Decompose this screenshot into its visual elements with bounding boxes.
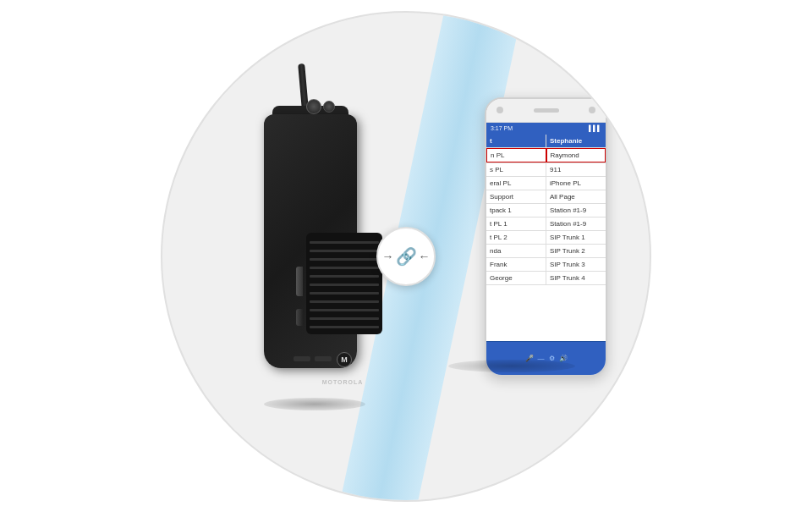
contact-cell-left: Support — [486, 190, 546, 203]
contact-cell-left: eral PL — [486, 177, 546, 190]
status-bar: 3:17 PM ▌▌▌ — [486, 123, 606, 135]
phone-screen[interactable]: 3:17 PM ▌▌▌ tStephanien PLRaymonds PL911… — [486, 123, 606, 341]
contact-row[interactable]: ndaSIP Trunk 2 — [486, 245, 606, 258]
contact-row[interactable]: tStephanie — [486, 135, 606, 148]
contact-row[interactable]: GeorgeSIP Trunk 4 — [486, 272, 606, 285]
contact-cell-right: SIP Trunk 2 — [546, 245, 606, 257]
contact-row[interactable]: t PL 1Station #1-9 — [486, 217, 606, 231]
contact-row[interactable]: SupportAll Page — [486, 190, 606, 204]
side-button[interactable] — [296, 267, 303, 296]
contact-cell-right: Raymond — [546, 148, 606, 162]
contact-row[interactable]: n PLRaymond — [486, 148, 606, 163]
radio-body: M MOTOROLA — [264, 114, 357, 368]
phone-container: 3:17 PM ▌▌▌ tStephanien PLRaymonds PL911… — [485, 97, 607, 377]
contact-cell-right: 911 — [546, 163, 606, 176]
contact-cell-right: Stephanie — [546, 135, 606, 147]
contact-cell-right: SIP Trunk 1 — [546, 231, 606, 244]
motorola-m-letter: M — [341, 355, 348, 364]
contact-cell-right: iPhone PL — [546, 177, 606, 190]
circle-background: M MOTOROLA — [161, 11, 651, 502]
contact-row[interactable]: eral PLiPhone PL — [486, 177, 606, 190]
volume-knob — [323, 101, 335, 113]
contact-row[interactable]: FrankSIP Trunk 3 — [486, 258, 606, 272]
contact-cell-right: All Page — [546, 190, 606, 203]
phone-shadow — [448, 360, 575, 372]
status-signal: ▌▌▌ — [589, 125, 601, 131]
phone-speaker — [534, 108, 559, 113]
contact-cell-left: t PL 2 — [486, 231, 546, 244]
contact-cell-left: t PL 1 — [486, 217, 546, 230]
motorola-circle: M — [337, 352, 352, 367]
contact-cell-left: s PL — [486, 163, 546, 176]
contact-row[interactable]: t PL 2SIP Trunk 1 — [486, 231, 606, 245]
contact-row[interactable]: s PL911 — [486, 163, 606, 177]
ptt-button[interactable] — [296, 309, 303, 326]
phone-top-bar — [486, 99, 606, 123]
phone-body: 3:17 PM ▌▌▌ tStephanien PLRaymonds PL911… — [485, 97, 607, 377]
contact-cell-right: SIP Trunk 4 — [546, 272, 606, 284]
contact-cell-right: Station #1-9 — [546, 204, 606, 217]
contact-cell-left: t — [486, 135, 546, 147]
contact-cell-left: Frank — [486, 258, 546, 271]
contact-cell-right: Station #1-9 — [546, 217, 606, 230]
left-arrow-icon: → — [382, 250, 394, 263]
phone-home-row — [486, 375, 606, 377]
channel-knob — [306, 99, 321, 114]
contact-cell-left: George — [486, 272, 546, 284]
motorola-brand-text: MOTOROLA — [322, 379, 364, 385]
chain-link-icon: 🔗 — [396, 246, 417, 267]
link-circle: → 🔗 ← — [376, 227, 436, 286]
contact-cell-left: nda — [486, 245, 546, 257]
contact-cell-left: tpack 1 — [486, 204, 546, 217]
contact-row[interactable]: tpack 1Station #1-9 — [486, 204, 606, 217]
right-arrow-icon: ← — [419, 250, 431, 263]
radio-shadow — [264, 398, 365, 410]
link-icon: → 🔗 ← — [382, 246, 431, 267]
status-time: 3:17 PM — [491, 125, 513, 131]
main-scene: M MOTOROLA — [161, 11, 651, 502]
contact-cell-left: n PL — [486, 148, 546, 162]
contact-cell-right: SIP Trunk 3 — [546, 258, 606, 271]
speaker-grille — [306, 233, 382, 334]
contact-list[interactable]: tStephanien PLRaymonds PL911eral PLiPhon… — [486, 135, 606, 285]
